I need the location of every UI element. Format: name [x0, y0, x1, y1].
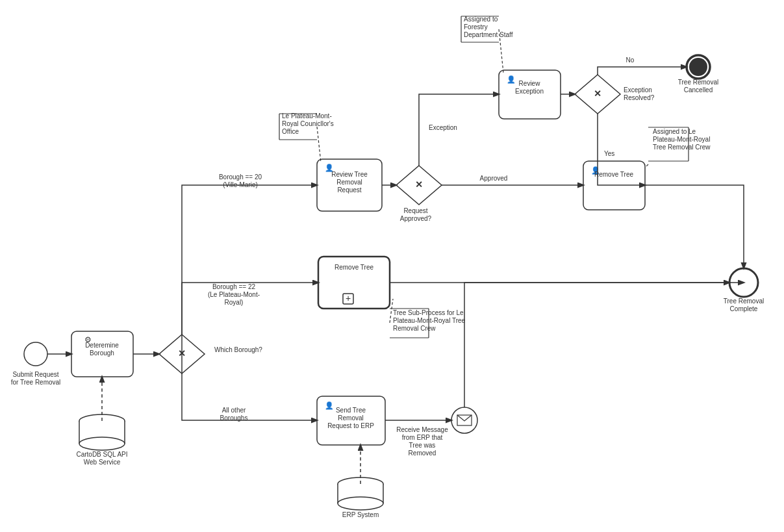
borough22-label1: Borough == 22	[212, 283, 256, 290]
exception-label: Exception	[429, 124, 457, 131]
other-boroughs-label1: All other	[222, 407, 246, 414]
annotation-forestry-label3: Department Staff	[464, 31, 513, 38]
annotation-councillor-line	[317, 127, 321, 162]
borough22-label3: Royal)	[225, 299, 244, 306]
annotation-forestry-label1: Assigned to	[464, 16, 498, 23]
annotation-councillor-label3: Office	[282, 128, 299, 135]
send-erp-label3: Request to ERP	[327, 422, 374, 429]
borough20-label1: Borough == 20	[219, 173, 262, 181]
annotation-councillor-label2: Royal Counicllor's	[282, 120, 334, 127]
person-icon-exception: 👤	[507, 75, 516, 84]
send-erp-label2: Removal	[338, 414, 363, 422]
end-cancelled-label1: Tree Removal	[678, 79, 718, 86]
review-exception-label1: Review	[519, 80, 541, 87]
person-icon-erp: 👤	[325, 401, 334, 410]
review-exception-label2: Exception	[515, 88, 544, 95]
subprocess-plus-icon: +	[346, 293, 351, 303]
receive-message-event	[451, 407, 477, 433]
annotation-crew-label2: Plateau-Mont-Royal	[653, 136, 710, 143]
start-event-label: Submit Request	[12, 371, 58, 378]
receive-label2: from ERP that	[402, 434, 443, 441]
annotation-forestry-label2: Forestry	[464, 23, 488, 31]
borough20-flow	[182, 185, 317, 335]
cartodb-label: CartoDB SQL API	[76, 451, 127, 458]
gateway-exception-x: ✕	[594, 88, 601, 99]
gateway-request-label: Request	[403, 207, 427, 214]
end-event-inner	[689, 58, 707, 76]
remove-ville-to-complete	[645, 185, 744, 268]
bpmn-diagram: Submit Request for Tree Removal ⚙ Detere…	[0, 0, 784, 532]
send-erp-label1: Send Tree	[336, 407, 366, 414]
remove-tree-ville-label: Remove Tree	[594, 171, 633, 178]
gateway-request-x: ✕	[415, 179, 423, 190]
borough22-label2: (Le Plateau-Mont-	[208, 291, 260, 298]
annotation-subprocess-label3: Removal Crew	[393, 325, 436, 332]
borough20-label2: (Ville-Marie)	[223, 181, 258, 188]
determine-borough-label2: Borough	[90, 349, 114, 357]
annotation-subprocess-label1: Tree Sub-Process for Le	[393, 309, 464, 316]
annotation-councillor-label1: Le Plateau-Mont-	[282, 112, 332, 120]
erp-label: ERP System	[342, 511, 379, 518]
review-tree-label3: Request	[337, 186, 361, 194]
gateway-exception-label1: Exception	[624, 86, 652, 94]
annotation-crew-label1: Assigned to Le	[653, 128, 696, 135]
receive-label3: Tree was	[409, 442, 436, 449]
gateway-request-label2: Approved?	[400, 215, 432, 222]
review-tree-label2: Removal	[336, 179, 362, 186]
complete-label2: Complete	[730, 305, 758, 312]
annotation-subprocess-label2: Plateau-Mont-Royal Tree	[393, 317, 466, 324]
gateway-exception-label2: Resolved?	[624, 94, 655, 101]
start-event-label2: for Tree Removal	[11, 379, 61, 386]
determine-borough-label: Deteremine	[85, 342, 119, 349]
end-cancelled-label2: Cancelled	[684, 86, 713, 94]
cartodb-label2: Web Service	[84, 459, 121, 466]
receive-to-complete	[464, 283, 729, 407]
review-tree-label1: Review Tree	[331, 171, 368, 178]
svg-point-2	[79, 437, 125, 450]
erp-system-bottom	[338, 497, 383, 510]
diagram-container: Submit Request for Tree Removal ⚙ Detere…	[0, 0, 784, 532]
start-event	[24, 342, 47, 366]
no-label: No	[626, 57, 635, 64]
receive-label1: Receive Message	[396, 426, 448, 433]
other-boroughs-label2: Boroughs	[220, 414, 248, 422]
complete-label1: Tree Removal	[724, 298, 764, 305]
gateway-borough-label: Which Borough?	[214, 346, 262, 353]
annotation-crew-label3: Tree Removal Crew	[653, 144, 711, 151]
remove-tree-plateau-label: Remove Tree	[335, 264, 373, 271]
no-to-cancelled	[598, 67, 687, 75]
other-boroughs-flow	[182, 374, 317, 420]
yes-label: Yes	[604, 150, 614, 157]
approved-label: Approved	[480, 175, 508, 182]
receive-label4: Removed	[409, 450, 436, 457]
